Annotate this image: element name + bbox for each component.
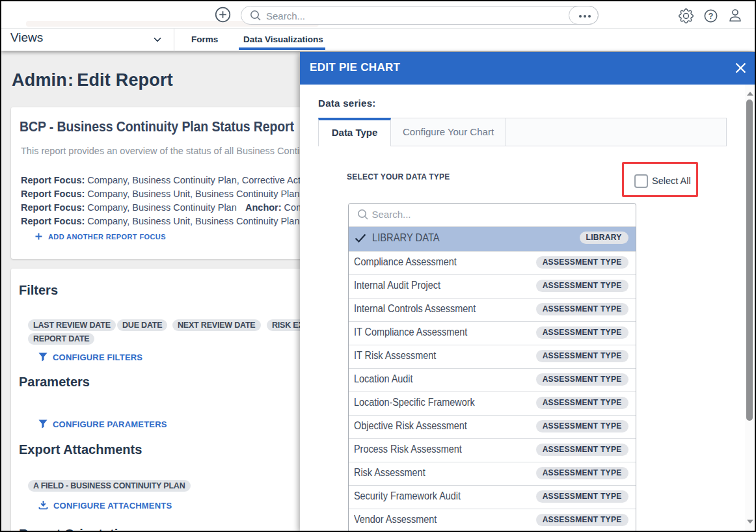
svg-text:?: ? xyxy=(709,12,714,21)
